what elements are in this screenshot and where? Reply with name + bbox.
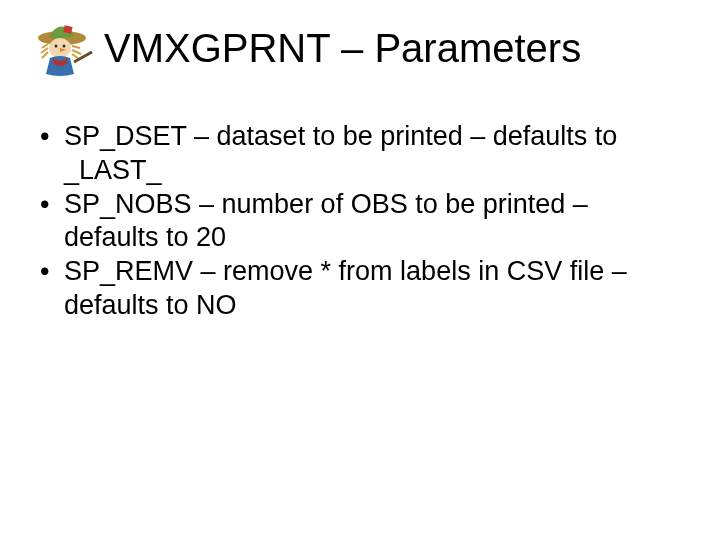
bullet-text: SP_NOBS – number of OBS to be printed – … [64,189,588,253]
bullet-text: SP_DSET – dataset to be printed – defaul… [64,121,617,185]
slide: VMXGPRNT – Parameters SP_DSET – dataset … [0,0,720,540]
slide-title: VMXGPRNT – Parameters [104,26,581,70]
bullet-list: SP_DSET – dataset to be printed – defaul… [38,120,680,323]
svg-point-4 [63,45,66,48]
list-item: SP_DSET – dataset to be printed – defaul… [38,120,680,188]
list-item: SP_REMV – remove * from labels in CSV fi… [38,255,680,323]
bullet-text: SP_REMV – remove * from labels in CSV fi… [64,256,627,320]
svg-point-3 [55,45,58,48]
wizard-scarecrow-icon [30,18,98,78]
list-item: SP_NOBS – number of OBS to be printed – … [38,188,680,256]
title-row: VMXGPRNT – Parameters [30,18,690,78]
